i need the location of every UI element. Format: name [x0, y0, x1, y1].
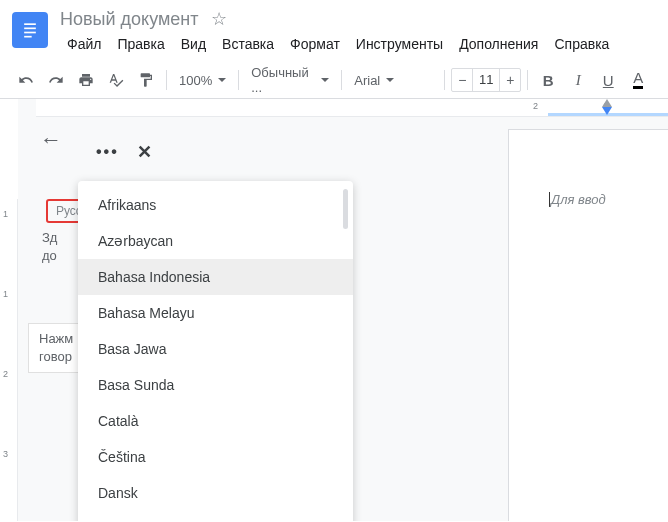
redo-button[interactable]: [42, 66, 70, 94]
undo-button[interactable]: [12, 66, 40, 94]
chevron-down-icon: [218, 78, 226, 82]
chevron-down-icon: [321, 78, 329, 82]
print-button[interactable]: [72, 66, 100, 94]
menu-edit[interactable]: Правка: [110, 32, 171, 56]
document-title[interactable]: Новый документ: [60, 9, 199, 30]
font-size-control: − 11 +: [451, 68, 521, 92]
svg-rect-2: [24, 28, 36, 30]
menu-file[interactable]: Файл: [60, 32, 108, 56]
scrollbar[interactable]: [343, 189, 348, 229]
language-option[interactable]: Čeština: [78, 439, 353, 475]
language-option[interactable]: Bahasa Indonesia: [78, 259, 353, 295]
zoom-dropdown[interactable]: 100%: [173, 66, 232, 94]
menu-help[interactable]: Справка: [547, 32, 616, 56]
vertical-ruler: 1 1 2 3: [0, 199, 18, 521]
svg-rect-0: [20, 18, 40, 43]
font-size-decrease[interactable]: −: [452, 69, 472, 91]
svg-rect-3: [24, 32, 36, 34]
spellcheck-button[interactable]: [102, 66, 130, 94]
close-icon[interactable]: ✕: [137, 141, 152, 163]
paint-format-button[interactable]: [132, 66, 160, 94]
menu-view[interactable]: Вид: [174, 32, 213, 56]
chevron-down-icon: [386, 78, 394, 82]
svg-marker-5: [602, 107, 612, 115]
svg-rect-4: [24, 36, 32, 38]
menu-tools[interactable]: Инструменты: [349, 32, 450, 56]
language-option[interactable]: Basa Jawa: [78, 331, 353, 367]
page-placeholder-text: Для ввод: [549, 192, 606, 207]
docs-logo[interactable]: [12, 12, 48, 48]
language-option[interactable]: Català: [78, 403, 353, 439]
language-option[interactable]: Deutsch: [78, 511, 353, 521]
language-option[interactable]: Bahasa Melayu: [78, 295, 353, 331]
language-option[interactable]: Basa Sunda: [78, 367, 353, 403]
svg-rect-1: [24, 23, 36, 25]
menu-addons[interactable]: Дополнения: [452, 32, 545, 56]
canvas: 2 1 1 Для ввод ← ••• ✕ Русский Зд: [18, 99, 668, 521]
more-options-icon[interactable]: •••: [96, 143, 119, 161]
menu-format[interactable]: Формат: [283, 32, 347, 56]
svg-marker-6: [602, 99, 612, 107]
language-dropdown-menu: Afrikaans Azərbaycan Bahasa Indonesia Ba…: [78, 181, 353, 521]
menu-bar: Файл Правка Вид Вставка Формат Инструмен…: [60, 32, 656, 56]
horizontal-ruler: 2 1 1: [36, 99, 668, 117]
indent-marker-icon[interactable]: [602, 107, 612, 115]
document-page[interactable]: Для ввод: [508, 129, 668, 521]
underline-button[interactable]: U: [594, 66, 622, 94]
language-option[interactable]: Afrikaans: [78, 187, 353, 223]
toolbar: 100% Обычный ... Arial − 11 + B I U A: [0, 62, 668, 99]
language-option[interactable]: Azərbaycan: [78, 223, 353, 259]
text-color-button[interactable]: A: [624, 66, 652, 94]
font-dropdown[interactable]: Arial: [348, 66, 438, 94]
language-option[interactable]: Dansk: [78, 475, 353, 511]
back-arrow-icon[interactable]: ←: [36, 123, 66, 157]
italic-button[interactable]: I: [564, 66, 592, 94]
menu-insert[interactable]: Вставка: [215, 32, 281, 56]
style-dropdown[interactable]: Обычный ...: [245, 66, 335, 94]
font-size-increase[interactable]: +: [500, 69, 520, 91]
bold-button[interactable]: B: [534, 66, 562, 94]
indent-marker-top-icon[interactable]: [602, 99, 612, 107]
font-size-value[interactable]: 11: [472, 69, 500, 91]
star-icon[interactable]: ☆: [211, 8, 227, 30]
